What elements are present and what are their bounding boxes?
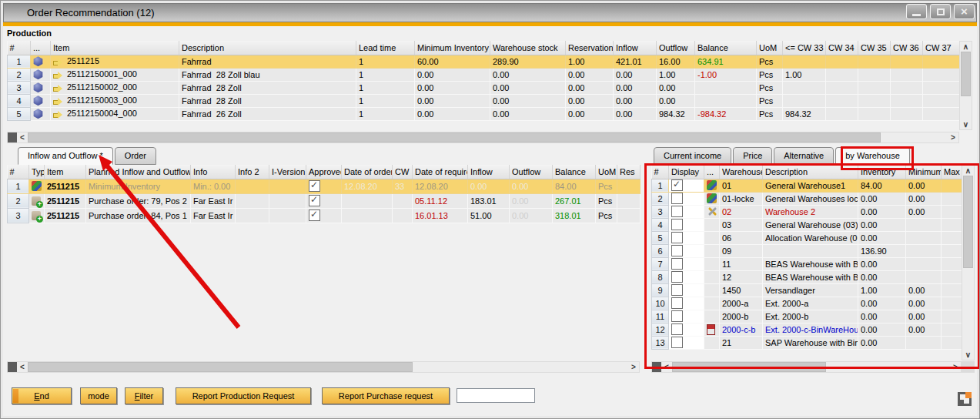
row-number[interactable]: 3 — [652, 205, 669, 218]
scrollbar-origin[interactable] — [8, 362, 17, 372]
table-row[interactable]: 1321SAP Warehouse with Bin I0.00 — [652, 336, 962, 349]
table-row[interactable]: 122000-c-bExt. 2000-c-BinWareHouse0.000.… — [652, 323, 962, 336]
main-table-hscrollbar[interactable]: < > — [7, 132, 959, 143]
checkbox[interactable] — [671, 337, 683, 348]
end-button[interactable]: End — [12, 387, 72, 404]
resize-grip-icon[interactable] — [958, 392, 972, 406]
row-number[interactable]: 12 — [652, 323, 669, 336]
col-header-[interactable]: ... — [31, 41, 51, 55]
checkbox[interactable] — [671, 258, 683, 270]
row-number[interactable]: 2 — [652, 192, 669, 205]
cell-display[interactable] — [669, 231, 704, 244]
cell-display[interactable] — [669, 257, 704, 270]
checkbox[interactable] — [309, 180, 320, 192]
checkbox[interactable] — [671, 245, 683, 256]
tab-alternative[interactable]: Alternative — [774, 147, 834, 165]
col-header-cw[interactable]: CW — [393, 165, 413, 179]
col-header-inventory[interactable]: Inventory — [858, 165, 906, 179]
row-number[interactable]: 8 — [652, 270, 669, 283]
row-number[interactable]: 13 — [652, 336, 669, 349]
report-production-request-button[interactable]: Report Production Request — [176, 387, 311, 404]
scroll-up-icon[interactable]: ∧ — [962, 166, 974, 176]
table-row[interactable]: 812BEAS Warehouse with Bin0.00 — [652, 270, 962, 283]
scroll-thumb[interactable] — [963, 176, 973, 268]
col-header-outflow[interactable]: Outflow — [510, 165, 553, 179]
table-row[interactable]: 711BEAS Warehouse with Bin0.00 — [652, 257, 962, 270]
col-header-lead-time[interactable]: Lead time — [356, 41, 415, 55]
checkbox[interactable] — [671, 219, 683, 230]
report-purchase-request-button[interactable]: Report Purchase request — [322, 387, 450, 404]
row-number[interactable]: 7 — [652, 257, 669, 270]
col-header-uom[interactable]: UoM — [596, 165, 617, 179]
col-header-date-of-order[interactable]: Date of order — [342, 165, 393, 179]
checkbox[interactable] — [671, 310, 683, 322]
table-row[interactable]: 91450Versandlager1.000.00 — [652, 283, 962, 297]
cell-display[interactable] — [669, 323, 704, 336]
window-titlebar[interactable]: Order Recommendation (12) — [3, 3, 977, 22]
close-button[interactable]: × — [954, 4, 975, 19]
link-arrow-icon[interactable] — [53, 72, 62, 79]
scrollbar-origin[interactable] — [652, 362, 661, 372]
row-number[interactable]: 1 — [8, 179, 29, 193]
cell-display[interactable] — [669, 179, 704, 192]
table-row[interactable]: 12511215Fahrrad160.00289.901.00421.0116.… — [8, 55, 960, 68]
cell-item[interactable]: 25112150001_000 — [51, 68, 179, 81]
col-header-description[interactable]: Description — [763, 165, 858, 179]
table-row[interactable]: 302Warehouse 20.000.00 — [652, 205, 962, 218]
warehouse-table-vscrollbar[interactable]: ∧ ∨ — [962, 165, 975, 360]
scroll-thumb[interactable] — [28, 362, 413, 372]
link-arrow-icon[interactable] — [53, 111, 62, 119]
table-row[interactable]: 22511215Purchase order: 79, Pos 2Far Eas… — [8, 193, 641, 208]
link-arrow-icon[interactable] — [53, 59, 62, 66]
col-header-minimum[interactable]: Minimum — [906, 165, 942, 179]
cell-display[interactable] — [669, 283, 704, 297]
cell-item[interactable]: 25112150004_000 — [51, 107, 179, 120]
scroll-thumb[interactable] — [672, 362, 826, 372]
checkbox[interactable] — [671, 284, 683, 296]
row-number[interactable]: 4 — [8, 94, 31, 107]
row-number[interactable]: 9 — [652, 283, 669, 297]
scrollbar-origin[interactable] — [8, 132, 17, 142]
col-header-cw-35[interactable]: CW 35 — [858, 41, 891, 55]
scroll-down-icon[interactable]: ∨ — [960, 119, 972, 129]
col-header-typ[interactable]: Typ — [29, 165, 45, 179]
cell-item[interactable]: 25112150002_000 — [51, 81, 179, 94]
row-number[interactable]: 1 — [8, 55, 31, 68]
row-number[interactable]: 2 — [8, 68, 31, 81]
checkbox[interactable] — [671, 179, 683, 191]
row-number[interactable]: 10 — [652, 297, 669, 310]
scroll-left-icon[interactable]: < — [17, 132, 28, 142]
tab-price[interactable]: Price — [733, 147, 772, 165]
col-header-cw-37[interactable]: CW 37 — [923, 41, 960, 55]
col-header-max[interactable]: Max — [942, 165, 962, 179]
col-header-date-of-requirement[interactable]: Date of requirement — [413, 165, 468, 179]
checkbox[interactable] — [309, 210, 320, 221]
col-header-info-2[interactable]: Info 2 — [236, 165, 269, 179]
col-header-item[interactable]: Item — [51, 41, 179, 55]
row-number[interactable]: 3 — [8, 208, 29, 223]
mode-button[interactable]: mode — [80, 387, 117, 404]
col-header-balance[interactable]: Balance — [695, 41, 757, 55]
col-header-info[interactable]: Info — [191, 165, 236, 179]
checkbox[interactable] — [671, 232, 683, 243]
maximize-button[interactable] — [930, 4, 951, 19]
col-header-[interactable]: ... — [704, 165, 720, 179]
row-number[interactable]: 1 — [652, 179, 669, 192]
col-header-cw-34[interactable]: CW 34 — [826, 41, 858, 55]
warehouse-table-hscrollbar[interactable]: < > — [651, 361, 962, 373]
col-header-inflow[interactable]: Inflow — [468, 165, 510, 179]
detail-table-hscrollbar[interactable]: < > — [7, 361, 640, 373]
table-row[interactable]: 12511215Minimum InventoryMin.: 0.0012.08… — [8, 179, 641, 193]
row-number[interactable]: 4 — [652, 218, 669, 231]
col-header-warehouse-stock[interactable]: Warehouse stock — [490, 41, 566, 55]
cell-display[interactable] — [669, 336, 704, 349]
col-header-[interactable]: # — [652, 165, 669, 179]
col-header-planned-inflow-and-outflow[interactable]: Planned Inflow and Outflow — [86, 165, 191, 179]
scroll-right-icon[interactable]: > — [950, 362, 961, 372]
table-row[interactable]: 101General Warehouse184.000.00 — [652, 179, 962, 192]
col-header-warehouse[interactable]: Warehouse — [720, 165, 763, 179]
table-row[interactable]: 403General Warehouse (03)0.00 — [652, 218, 962, 231]
link-arrow-icon[interactable] — [53, 85, 62, 92]
table-row[interactable]: 225112150001_000Fahrrad 28 Zoll blau10.0… — [8, 68, 960, 81]
cell-display[interactable] — [669, 310, 704, 323]
